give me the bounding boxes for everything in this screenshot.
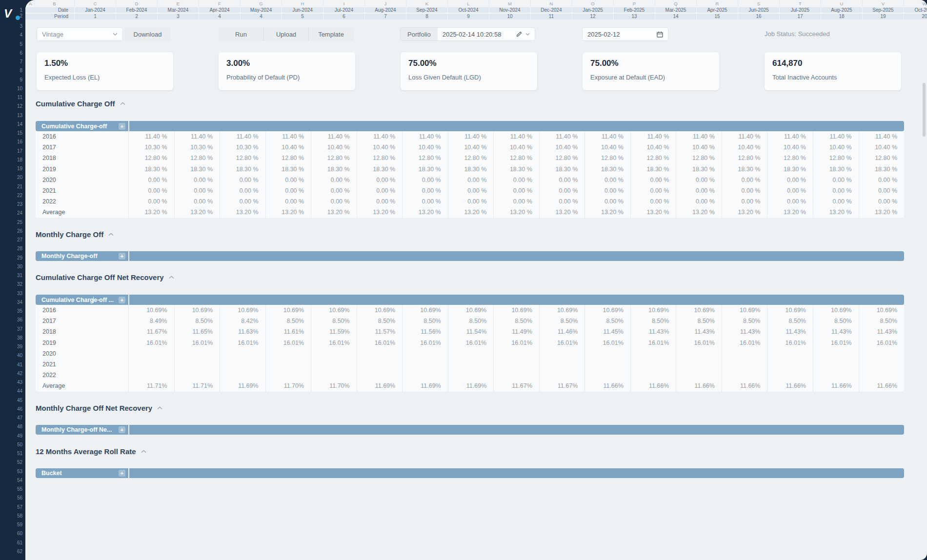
table-cell[interactable]: 11.65% [174,326,220,337]
table-cell[interactable]: 11.66% [722,380,767,391]
column-header-r[interactable]: R [696,0,738,7]
table-cell[interactable]: 11.40 % [174,131,220,142]
table-cell[interactable] [357,359,403,370]
table-cell[interactable]: 13.20 % [584,207,630,218]
row-label[interactable]: 2021 [36,359,128,370]
table-cell[interactable]: 11.67% [539,380,585,391]
period-cell[interactable]: 1 [74,14,116,20]
table-cell[interactable]: 11.54% [448,326,494,337]
table-cell[interactable]: 12.80 % [584,153,630,163]
row-number[interactable]: 51 [10,450,22,457]
row-number[interactable]: 46 [10,406,22,413]
table-cell[interactable]: 11.40 % [402,131,448,142]
table-cell[interactable]: 11.40 % [859,131,905,142]
table-cell[interactable]: 12.80 % [859,153,905,163]
table-cell[interactable] [448,370,494,380]
table-cell[interactable]: 0.00 % [220,185,265,196]
table-cell[interactable]: 11.43% [767,326,813,337]
row-number[interactable]: 19 [10,165,22,172]
table-cell[interactable]: 10.40 % [676,142,722,153]
table-cell[interactable] [220,370,265,380]
table-cell[interactable]: 10.69% [357,305,403,316]
table-cell[interactable]: 18.30 % [630,164,676,175]
column-header-c[interactable]: C [74,0,116,7]
table-cell[interactable]: 10.40 % [448,142,494,153]
table-cell[interactable]: 0.00 % [676,175,722,185]
row-number[interactable]: 52 [10,459,22,466]
table-cell[interactable]: 0.00 % [265,175,311,185]
table-cell[interactable]: 0.00 % [859,175,905,185]
plus-icon[interactable]: + [119,297,125,303]
table-cell[interactable]: 0.00 % [630,185,676,196]
row-number[interactable]: 50 [10,441,22,448]
table-cell[interactable]: 10.40 % [539,142,585,153]
table-cell[interactable]: 18.30 % [767,164,813,175]
table-cell[interactable]: 12.80 % [265,153,311,163]
table-cell[interactable] [265,348,311,359]
column-header-g[interactable]: G [240,0,282,7]
table-cell[interactable]: 10.69% [220,305,265,316]
table-cell[interactable]: 12.80 % [357,153,403,163]
date-cell[interactable]: Aug-2025 [821,7,862,13]
table-cell[interactable] [539,359,585,370]
period-cell[interactable]: 4 [240,14,282,20]
row-number[interactable]: 8 [10,67,22,74]
table-cell[interactable]: 13.20 % [357,207,403,218]
date-cell[interactable]: Sep-2025 [862,7,904,13]
table-cell[interactable]: 0.00 % [493,175,539,185]
table-cell[interactable] [584,348,630,359]
vintage-select[interactable]: Vintage [37,27,123,41]
table-cell[interactable]: 8.50% [357,316,403,326]
row-number[interactable]: 53 [10,468,22,475]
date-cell[interactable]: Oct-2025 [904,7,927,13]
table-cell[interactable]: 0.00 % [767,185,813,196]
table-cell[interactable]: 11.40 % [357,131,403,142]
table-cell[interactable]: 11.40 % [220,131,265,142]
row-number[interactable]: 43 [10,379,22,386]
table-cell[interactable]: 11.63% [220,326,265,337]
run-button[interactable]: Run [219,27,263,41]
table-cell[interactable] [402,359,448,370]
row-number[interactable]: 37 [10,326,22,333]
table-cell[interactable]: 11.40 % [813,131,859,142]
table-cell[interactable]: 11.40 % [584,131,630,142]
table-cell[interactable]: 11.59% [311,326,357,337]
table-cell[interactable]: 10.40 % [265,142,311,153]
chevron-up-icon[interactable] [169,276,174,279]
row-number[interactable]: 30 [10,263,22,270]
table-cell[interactable]: 16.01% [539,338,585,348]
row-number[interactable]: 57 [10,504,22,511]
table-cell[interactable]: 10.69% [128,305,174,316]
table-cell[interactable]: 0.00 % [676,185,722,196]
row-number[interactable]: 56 [10,495,22,501]
table-cell[interactable]: 16.01% [584,338,630,348]
date-cell[interactable]: Feb-2025 [613,7,655,13]
table-cell[interactable]: 10.69% [676,305,722,316]
table-cell[interactable] [539,348,585,359]
row-number[interactable]: 49 [10,433,22,440]
upload-button[interactable]: Upload [263,27,308,41]
table-cell[interactable]: 18.30 % [539,164,585,175]
table-cell[interactable]: 13.20 % [265,207,311,218]
row-number[interactable]: 31 [10,272,22,279]
table-cell[interactable]: 13.20 % [311,207,357,218]
row-number[interactable]: 14 [10,121,22,128]
date-cell[interactable]: Apr-2025 [696,7,738,13]
row-label[interactable]: 2021 [36,185,128,196]
table-header-bar[interactable]: Cumulative Charge-off + [36,121,904,131]
table-cell[interactable]: 13.20 % [676,207,722,218]
row-label[interactable]: 2018 [36,326,128,337]
table-cell[interactable]: 13.20 % [128,207,174,218]
table-header-label-cell[interactable]: Bucket + [36,468,128,478]
table-cell[interactable]: 0.00 % [174,185,220,196]
table-header-bar[interactable]: Monthly Charge-off + [36,251,904,261]
table-cell[interactable]: 10.69% [813,305,859,316]
table-cell[interactable]: 10.30 % [174,142,220,153]
table-cell[interactable] [722,359,767,370]
period-cell[interactable]: 15 [696,14,738,20]
row-number[interactable]: 6 [10,50,22,57]
row-number[interactable]: 55 [10,486,22,493]
table-cell[interactable]: 11.57% [357,326,403,337]
edit-pencil-icon[interactable] [516,31,522,37]
table-cell[interactable]: 0.00 % [265,196,311,207]
